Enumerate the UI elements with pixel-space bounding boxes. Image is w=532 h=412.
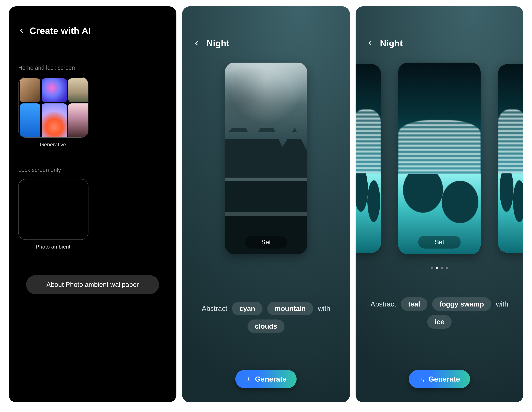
pager-dot[interactable] [431,267,433,269]
screen-night-mountain: Night Set Abstract cyan mountain with cl… [182,6,350,402]
set-button-label: Set [435,239,444,245]
generate-button[interactable]: Generate [235,370,296,388]
prompt-row: Abstract cyan mountain with clouds [182,302,350,333]
ice-artwork [498,64,523,253]
generate-button-label: Generate [428,375,460,383]
generate-button-label: Generate [255,375,286,383]
pager-dot[interactable] [446,267,448,269]
tile-photo-ambient[interactable]: Photo ambient [18,179,176,250]
back-icon[interactable] [18,27,25,34]
set-button-label: Set [261,239,271,245]
screen-create-with-ai: Create with AI Home and lock screen Gene… [9,6,176,402]
header: Night [182,6,350,48]
prompt-word-with: with [496,300,508,308]
tile-generative-label: Generative [18,141,88,148]
section-label-lock-only: Lock screen only [9,148,176,179]
prompt-chip-detail[interactable]: clouds [247,320,285,333]
set-button[interactable]: Set [418,236,461,248]
tile-photo-ambient-label: Photo ambient [18,244,88,250]
prompt-chip-color[interactable]: cyan [232,302,262,315]
prompt-row: Abstract teal foggy swamp with ice [356,297,523,329]
about-photo-ambient-button[interactable]: About Photo ambient wallpaper [26,275,159,294]
prompt-word-abstract: Abstract [202,304,227,313]
page-title: Night [207,38,229,48]
preview-card-next[interactable] [498,64,523,253]
prompt-chip-subject[interactable]: mountain [267,302,313,315]
wallpaper-preview: Set [182,63,350,261]
preview-card[interactable]: Set [225,63,307,254]
pager-dot[interactable] [441,267,443,269]
pager-dot[interactable] [436,267,438,269]
back-icon[interactable] [193,40,200,47]
pager-dots [356,267,523,269]
about-button-label: About Photo ambient wallpaper [46,281,139,288]
prompt-chip-color[interactable]: teal [401,297,428,311]
prompt-chip-detail[interactable]: ice [427,315,451,329]
header: Night [356,6,523,48]
back-icon[interactable] [367,40,374,47]
mountain-artwork [225,63,307,254]
page-title: Create with AI [29,25,91,36]
tile-generative-thumb [18,77,88,138]
screen-night-ice: Night Set Abstract teal foggy swamp with… [356,6,523,402]
wallpaper-carousel[interactable]: Set [356,63,523,261]
page-title: Night [380,38,403,48]
prompt-word-abstract: Abstract [370,300,396,308]
sparkle-icon [419,376,425,382]
set-button[interactable]: Set [245,236,287,248]
header: Create with AI [9,6,176,36]
ice-artwork [356,64,381,253]
ice-artwork [398,63,481,254]
prompt-chip-subject[interactable]: foggy swamp [432,297,491,311]
preview-card[interactable]: Set [398,63,481,254]
preview-card-prev[interactable] [356,64,381,253]
tile-generative[interactable]: Generative [18,77,176,148]
tile-photo-ambient-thumb [18,179,88,240]
generate-button[interactable]: Generate [409,370,470,388]
prompt-word-with: with [318,304,330,313]
three-screenshot-row: Create with AI Home and lock screen Gene… [0,0,532,409]
section-label-home-lock: Home and lock screen [9,36,176,77]
sparkle-icon [246,376,251,382]
